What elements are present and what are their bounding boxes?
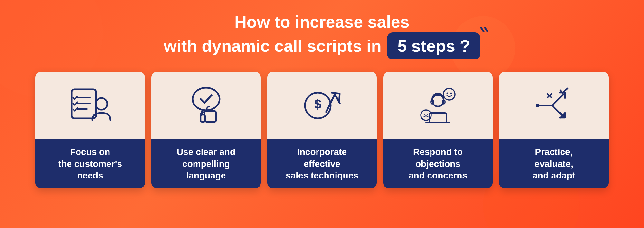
svg-line-23: [552, 94, 564, 105]
cards-row: Focus onthe customer'sneeds Use: [26, 72, 618, 188]
svg-line-1: [484, 27, 488, 32]
main-container: How to increase sales with dynamic call …: [0, 0, 644, 228]
card-respond-objections: Respond toobjectionsand concerns: [383, 72, 493, 188]
svg-point-17: [447, 93, 448, 94]
card-icon-area-1: [35, 72, 145, 139]
svg-point-18: [450, 93, 452, 94]
card-icon-area-3: $: [267, 72, 377, 139]
strategy-arrows-icon: [533, 85, 575, 126]
svg-point-29: [536, 104, 540, 107]
card-label-area-1: Focus onthe customer'sneeds: [35, 139, 145, 188]
svg-line-0: [480, 27, 484, 32]
svg-point-16: [443, 88, 455, 100]
header-line2-wrapper: with dynamic call scripts in 5 steps ?: [164, 32, 480, 59]
header-section: How to increase sales with dynamic call …: [164, 13, 480, 59]
svg-rect-14: [429, 113, 447, 123]
card-icon-area-2: [151, 72, 261, 139]
card-label-area-5: Practice,evaluate,and adapt: [499, 139, 609, 188]
card-icon-area-4: [383, 72, 493, 139]
header-line1: How to increase sales: [164, 13, 480, 31]
card-label-5: Practice,evaluate,and adapt: [533, 146, 575, 181]
card-label-area-2: Use clear andcompellinglanguage: [151, 139, 261, 188]
dollar-arrow-icon: $: [301, 85, 343, 126]
svg-rect-8: [201, 115, 205, 122]
card-icon-area-5: [499, 72, 609, 139]
card-label-2: Use clear andcompellinglanguage: [177, 146, 235, 181]
svg-point-21: [427, 114, 428, 115]
card-focus-customer: Focus onthe customer'sneeds: [35, 72, 145, 188]
checklist-person-icon: [69, 85, 111, 126]
header-line2-text: with dynamic call scripts in: [164, 37, 381, 55]
headset-faces-icon: [417, 85, 459, 126]
thumbs-up-check-icon: [185, 85, 227, 126]
steps-badge-text: 5 steps ?: [397, 36, 470, 56]
card-label-area-4: Respond toobjectionsand concerns: [383, 139, 493, 188]
card-clear-language: Use clear andcompellinglanguage: [151, 72, 261, 188]
svg-point-7: [193, 88, 220, 110]
svg-point-6: [96, 98, 107, 110]
header-text-block: How to increase sales with dynamic call …: [164, 13, 480, 59]
card-practice-adapt: Practice,evaluate,and adapt: [499, 72, 609, 188]
svg-text:$: $: [314, 97, 321, 111]
card-label-4: Respond toobjectionsand concerns: [409, 146, 467, 181]
steps-badge: 5 steps ?: [387, 32, 480, 59]
card-label-3: Incorporateeffectivesales techniques: [286, 146, 358, 181]
card-label-area-3: Incorporateeffectivesales techniques: [267, 139, 377, 188]
svg-point-20: [424, 114, 425, 115]
deco-tick-marks: [477, 27, 490, 43]
card-sales-techniques: $ Incorporateeffectivesales techniques: [267, 72, 377, 188]
card-label-1: Focus onthe customer'sneeds: [58, 146, 122, 181]
